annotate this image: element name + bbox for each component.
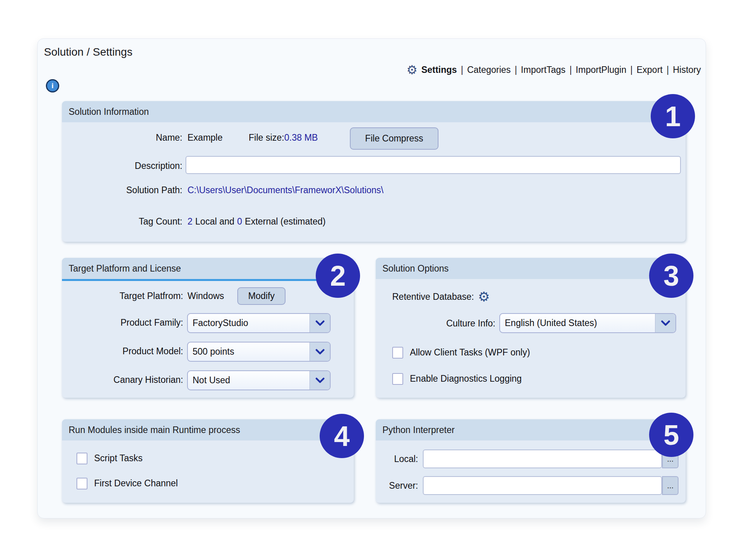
retentive-database-row: Retentive Database: ⚙ <box>392 290 490 303</box>
modify-button[interactable]: Modify <box>237 287 286 305</box>
retentive-database-gear-icon[interactable]: ⚙ <box>478 290 489 303</box>
target-platform-value: Windows <box>187 291 224 301</box>
target-platform-header: Target Platform and License <box>62 258 354 279</box>
info-icon[interactable]: i <box>46 79 59 92</box>
tab-categories[interactable]: Categories <box>467 65 511 75</box>
product-model-value: 500 points <box>193 343 234 361</box>
python-server-input[interactable] <box>423 476 662 495</box>
solution-options-panel: Solution Options Retentive Database: ⚙ C… <box>376 258 686 398</box>
culture-info-value: English (United States) <box>505 314 597 332</box>
page-title: Solution / Settings <box>44 46 133 58</box>
enable-diagnostics-logging-label: Enable Diagnostics Logging <box>410 373 522 384</box>
settings-page: Solution / Settings ⚙ Settings | Categor… <box>0 0 746 560</box>
python-interpreter-panel: Python Interpreter Local: ... Server: ..… <box>376 419 686 503</box>
tab-separator: | <box>461 65 463 75</box>
tab-importtags[interactable]: ImportTags <box>521 65 566 75</box>
settings-gear-icon: ⚙ <box>406 64 417 76</box>
step-badge-2: 2 <box>316 254 360 298</box>
tag-count-mid: Local and <box>195 216 235 227</box>
tab-settings[interactable]: Settings <box>421 65 457 75</box>
step-badge-1: 1 <box>651 94 695 138</box>
tab-importplugin[interactable]: ImportPlugin <box>576 65 626 75</box>
canary-historian-value: Not Used <box>193 371 230 390</box>
step-badge-5: 5 <box>649 413 693 457</box>
description-input[interactable] <box>186 156 681 174</box>
tab-bar: ⚙ Settings | Categories | ImportTags | I… <box>406 63 701 77</box>
canary-historian-label: Canary Historian: <box>66 375 183 385</box>
tag-count-label: Tag Count: <box>67 216 182 227</box>
solution-information-header: Solution Information <box>62 101 686 122</box>
python-local-label: Local: <box>377 454 418 464</box>
product-family-value: FactoryStudio <box>193 314 248 332</box>
enable-diagnostics-logging-checkbox[interactable] <box>392 373 403 385</box>
product-family-label: Product Family: <box>66 317 183 328</box>
first-device-channel-label: First Device Channel <box>94 478 178 489</box>
chevron-down-icon <box>309 371 330 390</box>
tag-count-external: 0 <box>237 216 242 227</box>
file-size-label: File size: <box>249 132 284 143</box>
file-compress-button[interactable]: File Compress <box>350 127 439 150</box>
step-badge-3: 3 <box>649 254 693 298</box>
python-server-browse-button[interactable]: ... <box>662 476 679 495</box>
culture-info-dropdown[interactable]: English (United States) <box>499 313 676 333</box>
step-badge-4: 4 <box>320 414 364 458</box>
python-local-input[interactable] <box>423 449 662 468</box>
tab-history[interactable]: History <box>673 65 701 75</box>
product-model-label: Product Model: <box>66 346 183 357</box>
product-model-dropdown[interactable]: 500 points <box>187 342 331 362</box>
run-modules-header: Run Modules inside main Runtime process <box>62 419 354 440</box>
solution-information-panel: Solution Information Name: Example File … <box>62 101 686 242</box>
allow-client-tasks-label: Allow Client Tasks (WPF only) <box>410 347 530 358</box>
tab-export[interactable]: Export <box>637 65 662 75</box>
product-family-dropdown[interactable]: FactoryStudio <box>187 313 331 333</box>
file-size-line: File size: 0.38 MB <box>249 132 318 143</box>
script-tasks-label: Script Tasks <box>94 453 143 464</box>
description-label: Description: <box>67 161 182 171</box>
solution-options-header: Solution Options <box>376 258 686 279</box>
chevron-down-icon <box>309 314 330 332</box>
target-platform-label: Target Platfrom: <box>66 291 183 301</box>
tab-separator: | <box>666 65 669 75</box>
tab-separator: | <box>515 65 517 75</box>
target-platform-panel: Target Platform and License Target Platf… <box>62 258 354 398</box>
tag-count-suffix: External (estimated) <box>245 216 326 227</box>
name-label: Name: <box>67 132 182 143</box>
name-value: Example <box>187 132 222 143</box>
tab-separator: | <box>630 65 633 75</box>
canary-historian-dropdown[interactable]: Not Used <box>187 370 331 390</box>
tag-count-local: 2 <box>187 216 193 227</box>
solution-path-value: C:\Users\User\Documents\FrameworX\Soluti… <box>187 185 384 196</box>
header-accent-line <box>62 279 354 281</box>
retentive-database-label: Retentive Database: <box>392 292 474 302</box>
culture-info-label: Culture Info: <box>408 318 495 329</box>
chevron-down-icon <box>309 343 330 361</box>
tab-separator: | <box>570 65 572 75</box>
solution-path-label: Solution Path: <box>67 185 182 196</box>
python-server-label: Server: <box>377 480 418 491</box>
chevron-down-icon <box>655 314 675 332</box>
first-device-channel-checkbox[interactable] <box>76 478 87 489</box>
allow-client-tasks-checkbox[interactable] <box>392 347 403 359</box>
run-modules-panel: Run Modules inside main Runtime process … <box>62 419 354 503</box>
tag-count-line: 2 Local and 0 External (estimated) <box>187 216 326 227</box>
file-size-value: 0.38 MB <box>284 132 318 143</box>
python-interpreter-header: Python Interpreter <box>376 419 686 440</box>
script-tasks-checkbox[interactable] <box>76 453 87 464</box>
